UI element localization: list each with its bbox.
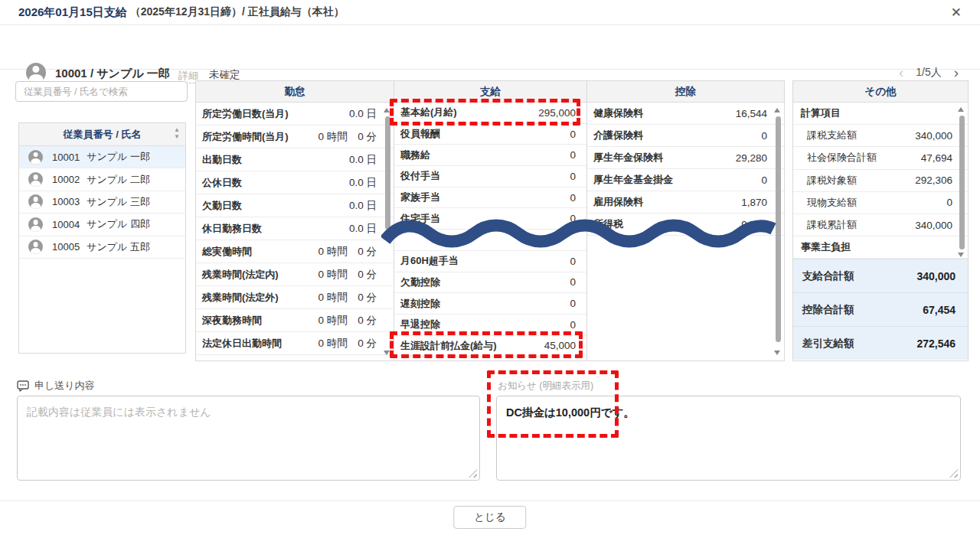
summary-label: 控除合計額 [802,303,854,317]
table-row: 住宅手当 0 [394,208,586,230]
row-value: 0 時間 0 分 [318,360,377,361]
next-page-icon[interactable]: › [954,64,959,81]
summary-row: 支給合計額 340,000 [793,259,968,292]
attendance-rows: 所定労働日数(当月) 0.0 日 所定労働時間(当月) 0 時間 0 分 出勤日… [196,103,394,360]
memo-textarea[interactable] [17,396,480,481]
row-value: 29,280 [736,152,767,164]
table-row: 深夜勤務時間 0 時間 0 分 [196,309,394,332]
search-input[interactable] [15,81,188,102]
row-value: 0.0 日 [349,222,377,236]
table-row: 課税支給額 340,000 [793,125,968,147]
scroll-down-icon[interactable] [384,351,390,355]
table-row [394,230,586,251]
scroll-up-icon[interactable] [774,108,780,112]
table-row: 社会保険合計額 47,694 [793,147,968,169]
close-button[interactable]: とじる [453,506,526,529]
payment-column: 支給 基本給(月給) 295,000 役員報酬 0 職務給 0 役付手当 0 家… [394,81,586,360]
page-subtitle: （2025年12月31日締）/ 正社員給与（本社） [130,5,345,19]
employee-name-title: 10001 / サンプル 一郎 [55,67,170,81]
row-value: 47,694 [921,152,952,164]
table-row: 遅刻控除 0 [394,293,586,315]
sort-down-icon: ▼ [174,133,180,140]
row-value: 292,306 [915,174,952,186]
row-label: 厚生年金保険料 [593,151,663,165]
row-value: 0 [570,129,576,140]
row-value: 340,000 [915,220,952,231]
list-item-employee[interactable]: 10005 サンプル 五郎 [19,236,185,259]
scrollbar-thumb[interactable] [385,116,390,230]
employee-header-bar: 10001 / サンプル 一郎 詳細 未確定 ‹ 1/5人 › [0,25,980,70]
other-column: その他 計算項目 課税支給額 340,000 社会保険合計額 47,694 課税… [792,80,969,361]
row-value: 0 [570,149,576,161]
other-rows: 計算項目 課税支給額 340,000 社会保険合計額 47,694 課税対象額 … [793,103,968,259]
row-label: 深夜勤務時間 [202,314,262,328]
payroll-tables: 勤怠 所定労働日数(当月) 0.0 日 所定労働時間(当月) 0 時間 0 分 … [195,80,785,361]
row-value: 0 時間 0 分 [318,245,377,259]
row-label: 住宅手当 [400,212,440,226]
employee-id: 10003 [52,196,80,207]
scrollbar-thumb[interactable] [776,116,781,342]
footer-divider [0,501,980,501]
row-value: 16,544 [736,108,767,119]
table-row: 残業時間(法定内) 0 時間 0 分 [196,263,394,286]
table-row: 現物支給額 0 [793,192,968,214]
row-label: 基本給(月給) [400,106,457,119]
row-value: 0.0 日 [349,153,377,167]
prev-page-icon[interactable]: ‹ [899,64,903,81]
notice-textarea[interactable]: DC掛金は10,000円です。 [496,396,961,481]
scroll-down-icon[interactable] [774,351,780,355]
employee-rows: 10001 サンプル 一郎 10002 サンプル 二郎 10003 サンプル 三… [19,146,185,259]
scrollbar-thumb[interactable] [959,116,965,249]
row-label: 役付手当 [400,169,440,183]
table-row: 課税対象額 292,306 [793,170,968,192]
row-label: 計算項目 [801,106,841,120]
row-label: 出勤日数 [202,153,242,167]
row-value: 0 [570,276,576,288]
row-label: 課税累計額 [807,218,857,232]
row-label: 残業時間(法定内) [202,268,279,282]
row-value: 0 [946,197,952,208]
row-value: 9,760 [741,219,767,230]
row-value: 295,000 [538,107,576,119]
employee-name: サンプル 二郎 [87,173,150,187]
employee-name: サンプル 一郎 [87,150,150,164]
memo-label-text: 申し送り内容 [34,379,95,393]
table-row: 計算項目 [793,103,968,125]
table-row: 公休日数 0.0 日 [196,171,394,194]
table-row: 遅刻時間 0 時間 0 分 [196,355,394,360]
sort-carets-icon[interactable]: ▲ ▼ [174,126,180,140]
list-item-employee[interactable]: 10002 サンプル 二郎 [19,168,185,191]
row-label: 遅刻控除 [400,297,440,311]
summary-value: 67,454 [923,304,956,316]
list-item-employee[interactable]: 10003 サンプル 三郎 [19,191,185,214]
row-label: 欠勤控除 [400,276,440,289]
table-row: 役員報酬 0 [394,124,586,145]
table-row: 介護保険料 0 [587,125,784,147]
row-label: 課税支給額 [807,129,857,142]
row-value: 0 [570,213,576,224]
summary-label: 支給合計額 [802,269,854,283]
row-label: 厚生年金基金掛金 [593,173,673,187]
close-icon[interactable]: ✕ [946,3,966,22]
list-item-employee[interactable]: 10004 サンプル 四郎 [19,214,185,236]
scroll-up-icon[interactable] [384,108,390,112]
user-avatar-icon [28,194,43,209]
page-title: 2026年01月15日支給 [18,5,127,20]
list-item-employee[interactable]: 10001 サンプル 一郎 [19,146,185,168]
row-value: 1,870 [741,197,767,208]
row-label: 雇用保険料 [593,195,643,209]
row-label: 現物支給額 [807,196,857,210]
table-row: 事業主負担 [793,236,968,259]
scroll-down-icon[interactable] [958,253,964,257]
user-avatar-icon [28,150,43,165]
employee-name: サンプル 四郎 [87,217,150,231]
employee-list-header[interactable]: 従業員番号 / 氏名 ▲ ▼ [19,123,185,146]
row-value: 0.0 日 [349,107,377,121]
summary-row: 差引支給額 272,546 [793,326,968,360]
scroll-up-icon[interactable] [958,107,964,112]
row-label: 公休日数 [202,176,242,190]
row-label: 法定休日出勤時間 [202,337,282,351]
row-label: 所定労働時間(当月) [202,130,289,144]
row-label: 役員報酬 [400,127,440,141]
table-row: 厚生年金基金掛金 0 [587,169,784,191]
